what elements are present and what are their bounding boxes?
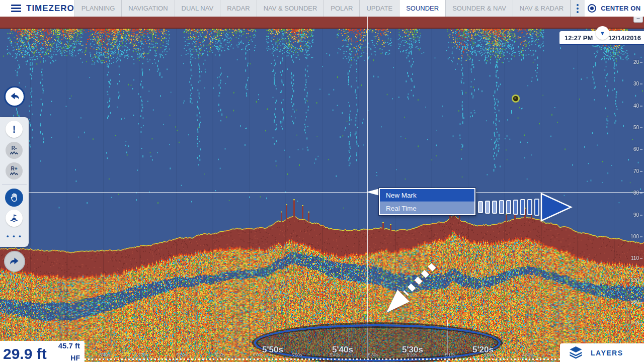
tab-update[interactable]: UPDATE bbox=[360, 0, 399, 17]
event-mark-button[interactable]: ! bbox=[6, 121, 23, 138]
workspace-tab-strip: PLANNINGNAVIGATIONDUAL NAVRADARNAV & SOU… bbox=[74, 0, 571, 17]
context-menu: New MarkReal Time bbox=[379, 188, 475, 215]
undo-button[interactable] bbox=[4, 86, 25, 107]
datetime-pill[interactable]: 12:27 PM 12/14/2016 ▼ bbox=[559, 31, 644, 45]
center-target-icon bbox=[588, 4, 596, 13]
more-tools-button[interactable]: • • • bbox=[0, 232, 29, 240]
tab-dual-nav[interactable]: DUAL NAV bbox=[175, 0, 221, 17]
tab-nav-radar[interactable]: NAV & RADAR bbox=[513, 0, 571, 17]
chevron-down-icon: ▼ bbox=[600, 30, 605, 36]
range-minus-button[interactable]: R- bbox=[6, 142, 23, 159]
main-menu-icon[interactable] bbox=[11, 5, 21, 12]
context-menu-item-real-time[interactable]: Real Time bbox=[380, 202, 474, 214]
brand-area: TIMEZERO bbox=[0, 0, 74, 17]
date-display: 12/14/2016 bbox=[608, 34, 641, 42]
frequency-badge: HF bbox=[70, 354, 80, 362]
time-display: 12:27 PM bbox=[565, 34, 593, 42]
undo-arrow-icon bbox=[8, 90, 21, 103]
center-on-button[interactable]: CENTER ON bbox=[585, 0, 644, 17]
layers-icon bbox=[569, 346, 583, 359]
tab-sounder[interactable]: SOUNDER bbox=[399, 0, 446, 17]
depth-value: 29.9 ft bbox=[3, 345, 47, 362]
depth-readout-box: 29.9 ft 45.7 ft HF bbox=[0, 341, 85, 362]
redo-arrow-icon bbox=[8, 255, 21, 268]
tool-panel-divider bbox=[2, 184, 27, 185]
tab-polar[interactable]: POLAR bbox=[324, 0, 360, 17]
range-plus-button[interactable]: R+ bbox=[6, 162, 23, 179]
tab-navigation[interactable]: NAVIGATION bbox=[122, 0, 175, 17]
redo-button[interactable] bbox=[4, 251, 25, 272]
app-title: TIMEZERO bbox=[26, 4, 74, 14]
buoy-flag-icon bbox=[9, 213, 19, 223]
mark-buoy-button[interactable] bbox=[6, 210, 23, 227]
overflow-menu-icon[interactable] bbox=[571, 0, 584, 17]
context-menu-pointer bbox=[366, 189, 379, 196]
datetime-dropdown-button[interactable]: ▼ bbox=[596, 26, 609, 40]
tab-sounder-nav[interactable]: SOUNDER & NAV bbox=[446, 0, 513, 17]
tab-radar[interactable]: RADAR bbox=[220, 0, 257, 17]
context-menu-item-new-mark[interactable]: New Mark bbox=[380, 189, 474, 202]
tab-planning[interactable]: PLANNING bbox=[75, 0, 122, 17]
seabed-icon bbox=[10, 172, 18, 175]
exclamation-icon: ! bbox=[13, 124, 16, 134]
hand-icon bbox=[9, 193, 19, 203]
seabed-icon bbox=[10, 151, 18, 155]
tab-nav-sounder[interactable]: NAV & SOUNDER bbox=[257, 0, 325, 17]
top-ribbon: TIMEZERO PLANNINGNAVIGATIONDUAL NAVRADAR… bbox=[0, 0, 644, 17]
sounder-echogram[interactable] bbox=[0, 17, 644, 362]
timezero-app-window: TIMEZERO PLANNINGNAVIGATIONDUAL NAVRADAR… bbox=[0, 0, 644, 362]
secondary-depth-value: 45.7 ft bbox=[58, 341, 80, 350]
layers-button[interactable]: LAYERS bbox=[560, 343, 644, 362]
pan-mode-button[interactable] bbox=[5, 189, 23, 207]
